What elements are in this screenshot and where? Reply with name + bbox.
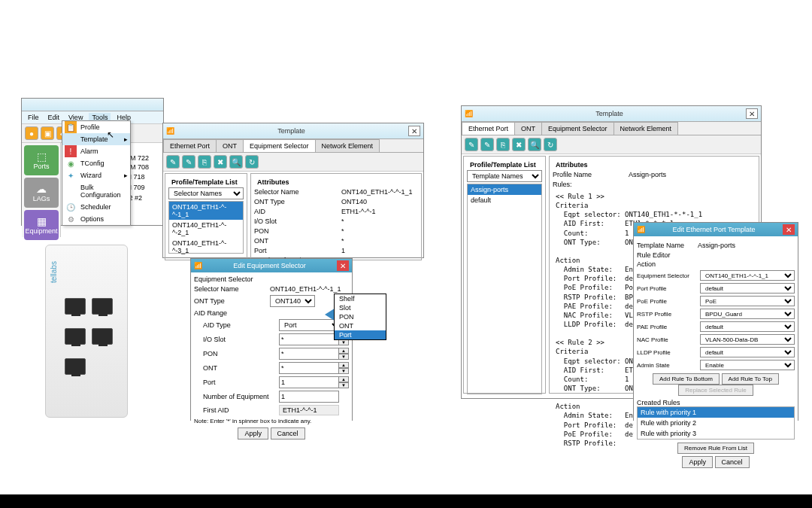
ont-input[interactable] <box>279 362 339 374</box>
field-select[interactable]: default <box>700 321 795 332</box>
menu-item-tconfig[interactable]: ◉TConfig <box>62 157 130 169</box>
close-button[interactable]: ✕ <box>408 126 420 136</box>
close-button[interactable]: ✕ <box>337 260 349 271</box>
tab-ethernet-port[interactable]: Ethernet Port <box>462 122 515 135</box>
toolbar-btn-1[interactable]: ● <box>25 126 38 140</box>
io-slot-input[interactable] <box>279 333 339 345</box>
cancel-button[interactable]: Cancel <box>271 427 305 440</box>
ont-label: ONT <box>203 364 274 372</box>
tool-search[interactable]: 🔍 <box>528 138 541 151</box>
add-rule-top-button[interactable]: Add Rule To Top <box>722 373 779 385</box>
tool-delete[interactable]: ✖ <box>214 155 227 169</box>
menu-item-scheduler[interactable]: 🕒Scheduler <box>62 201 130 213</box>
list-item[interactable]: ONT140_ETH1-^-^-3_1 <box>169 238 243 256</box>
sidebar-equipment[interactable]: ▦Equipment <box>24 210 59 240</box>
list-item[interactable]: ONT140_ETH1-^-^-1_1 <box>169 202 243 220</box>
field-select[interactable]: ONT140_ETH1-^-^-1_1 <box>700 270 795 281</box>
remove-rule-button[interactable]: Remove Rule From List <box>677 443 754 454</box>
list-item[interactable]: Assign-ports <box>468 184 541 195</box>
menu-edit[interactable]: Edit <box>45 113 63 122</box>
menu-item-profile[interactable]: 📋Profile <box>62 121 130 133</box>
tab-network-element[interactable]: Network Element <box>614 122 679 135</box>
menu-item-options[interactable]: ⚙Options <box>62 213 130 225</box>
menu-item-template[interactable]: Template▸ <box>62 133 130 145</box>
sidebar-lags[interactable]: ☁LAGs <box>24 178 59 208</box>
tool-new[interactable]: ✎ <box>166 155 180 169</box>
field-select[interactable]: VLAN-500-Data-DB <box>700 334 795 345</box>
rule-item[interactable]: Rule with priority 2 <box>638 418 794 428</box>
field-label: LLDP Profile <box>637 349 695 356</box>
attr-value: * <box>341 227 344 235</box>
tab-ethernet-port[interactable]: Ethernet Port <box>163 139 217 152</box>
sidebar-ports[interactable]: ⬚Ports <box>24 145 59 175</box>
attr-value: ONT140 <box>341 198 367 205</box>
attr-key: ONT <box>254 237 337 245</box>
toolbar-btn-2[interactable]: ▣ <box>41 126 54 140</box>
rule-item[interactable]: Rule with priority 3 <box>638 428 794 439</box>
profile-name-value: Assign-ports <box>629 171 666 178</box>
profile-name-label: Profile Name <box>553 171 624 178</box>
tool-edit[interactable]: ✎ <box>182 155 195 169</box>
section-label: Equipment Selector <box>194 275 349 283</box>
menu-item-bulk[interactable]: Bulk Configuration <box>62 181 130 201</box>
rule-editor-label: Rule Editor <box>637 251 795 259</box>
editport-titlebar: 📶 Edit Ethernet Port Template ✕ <box>634 223 798 236</box>
num-eq-input[interactable] <box>279 391 339 403</box>
apply-button[interactable]: Apply <box>238 427 268 440</box>
selector-names-combo[interactable]: Selector Names <box>168 187 244 199</box>
tool-delete[interactable]: ✖ <box>512 138 526 151</box>
menu-item-wizard[interactable]: ✦Wizard▸ <box>62 169 130 181</box>
cancel-button[interactable]: Cancel <box>715 456 750 468</box>
tool-edit[interactable]: ✎ <box>480 138 494 151</box>
spinner-buttons[interactable]: ▲▼ <box>338 348 349 360</box>
port-input[interactable] <box>279 376 339 388</box>
tab-ont[interactable]: ONT <box>514 122 542 135</box>
close-button[interactable]: ✕ <box>783 224 795 235</box>
option-port[interactable]: Port <box>335 330 386 339</box>
ont-type-select[interactable]: ONT140 <box>270 295 315 307</box>
field-select[interactable]: default <box>700 283 795 294</box>
tab-equipment-selector[interactable]: Equipment Selector <box>541 122 614 135</box>
option-ont[interactable]: ONT <box>335 321 386 330</box>
template-names-combo[interactable]: Template Names <box>467 170 542 182</box>
apply-button[interactable]: Apply <box>682 456 713 468</box>
app-icon: 📶 <box>166 127 174 135</box>
template2-tabs: Ethernet Port ONT Equipment Selector Net… <box>462 122 761 135</box>
tool-copy[interactable]: ⎘ <box>198 155 211 169</box>
field-label: NAC Profile <box>637 336 695 343</box>
port-label: Port <box>203 379 274 386</box>
replace-rule-button[interactable]: Replace Selected Rule <box>678 385 753 396</box>
field-select[interactable]: Enable <box>700 360 795 370</box>
ethernet-port-icon <box>65 328 86 345</box>
list-item[interactable]: default <box>468 195 541 205</box>
note-text: Note: Enter '*' in spinner box to indica… <box>194 418 349 424</box>
field-select[interactable]: default <box>700 347 795 357</box>
list-item[interactable]: ONT140_ETH1-^-^-2_1 <box>169 220 243 238</box>
tab-ont[interactable]: ONT <box>216 139 244 152</box>
menu-item-alarm[interactable]: !Alarm <box>62 145 130 157</box>
tool-refresh[interactable]: ↻ <box>544 138 557 151</box>
ethernet-port-icon <box>92 298 113 315</box>
pon-input[interactable] <box>279 348 339 360</box>
tab-network-element[interactable]: Network Element <box>315 139 380 152</box>
tool-search[interactable]: 🔍 <box>229 155 243 169</box>
rule-item[interactable]: Rule with priority 1 <box>638 407 794 418</box>
attr-value: ETH1-^-^-1 <box>341 208 375 215</box>
add-rule-bottom-button[interactable]: Add Rule To Bottom <box>653 373 720 385</box>
spinner-buttons[interactable]: ▲▼ <box>338 376 349 388</box>
option-shelf[interactable]: Shelf <box>335 294 386 303</box>
template1-titlebar: 📶 Template ✕ <box>163 123 423 139</box>
tool-copy[interactable]: ⎘ <box>496 138 510 151</box>
field-select[interactable]: PoE <box>700 296 795 306</box>
field-label: RSTP Profile <box>637 311 695 318</box>
option-pon[interactable]: PON <box>335 312 386 321</box>
close-button[interactable]: ✕ <box>746 108 758 119</box>
option-slot[interactable]: Slot <box>335 303 386 312</box>
tool-refresh[interactable]: ↻ <box>245 155 259 169</box>
tool-new[interactable]: ✎ <box>465 138 478 151</box>
field-select[interactable]: BPDU_Guard <box>700 309 795 319</box>
menu-file[interactable]: File <box>25 113 42 122</box>
spinner-buttons[interactable]: ▲▼ <box>338 362 349 374</box>
tab-equipment-selector[interactable]: Equipment Selector <box>243 139 316 152</box>
app-icon: 📶 <box>637 226 645 233</box>
